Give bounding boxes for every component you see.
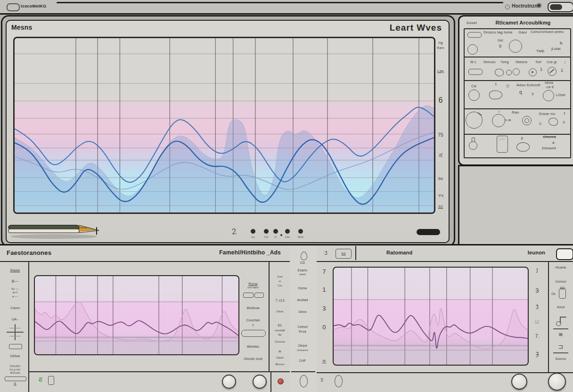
bottom-left-subtitle: Famehl/Hintbiho _Ads [156, 250, 281, 256]
bracket-icon: ⊐ [550, 344, 572, 351]
power-toggle-handle[interactable] [550, 4, 562, 10]
blob-knob-icon[interactable] [495, 69, 504, 76]
row3-label: ᵥca S [546, 85, 554, 89]
round-knob-icon[interactable] [468, 90, 480, 101]
br-digit: 3 [318, 305, 331, 312]
bl-col-button[interactable] [254, 293, 264, 298]
bl-sidebar-button[interactable] [9, 344, 22, 349]
bl-sidebar-wide-button[interactable] [5, 376, 26, 381]
row2-label: 1 [561, 68, 563, 73]
bl-knob-2[interactable] [253, 375, 267, 389]
top-rule [57, 2, 503, 3]
indicator-dot [298, 229, 303, 234]
small-knob-icon[interactable] [513, 68, 520, 75]
blob-knob-icon[interactable] [489, 90, 502, 99]
row1-label: 0 [499, 44, 501, 49]
dot-label: ⁄1c [247, 236, 259, 239]
blob-knob-icon[interactable] [548, 118, 558, 126]
bl-col-label: Wemiko [238, 345, 268, 349]
row5-label: a [552, 140, 555, 145]
br-digit: ≂ [318, 358, 331, 364]
mid-label: Oksot [291, 344, 314, 348]
bottle-icon [559, 288, 566, 299]
row4-glyph: ι [499, 109, 499, 114]
right-lower-panel [458, 165, 573, 246]
bl-sidebar-label: UA⎯ [4, 318, 26, 321]
small-knob-icon[interactable] [506, 70, 512, 75]
bl-strip-label: £p [270, 333, 289, 336]
bl-sidebar-divider [28, 262, 29, 392]
row1-label: TME [536, 49, 545, 53]
right-panel-corner-label: Dúvet [467, 21, 477, 25]
row3-label: hArta [545, 81, 553, 85]
knob-ring-icon[interactable] [467, 44, 478, 55]
row1-label: Gaor [518, 30, 527, 34]
target-knob-icon[interactable] [529, 68, 537, 76]
mid-label: Cemot [291, 325, 314, 329]
bl-bottomstrip-divider [28, 371, 290, 372]
br-header-button[interactable]: co [336, 249, 352, 259]
large-dial-icon[interactable] [466, 112, 483, 129]
bl-col-button[interactable] [243, 293, 254, 298]
br-digit: 7 [318, 269, 331, 276]
bl-subpanel-divider [269, 262, 270, 371]
card-slot[interactable] [417, 229, 440, 235]
mid-label: Austad [291, 298, 314, 302]
pen-label: cleolo [79, 226, 87, 229]
oval-button-icon[interactable] [516, 142, 530, 152]
br-header-button-label: co [336, 251, 351, 255]
switch-icon[interactable] [467, 32, 482, 38]
slashed-knob-icon[interactable] [548, 67, 557, 76]
row2-label: W.1 [470, 60, 476, 64]
br-outer-label: Eoorno [550, 357, 572, 360]
mid-label: veed [291, 273, 314, 276]
bl-knob-1[interactable] [222, 375, 236, 389]
br-outer-label: Isoca [550, 305, 572, 309]
bl-sidebar-label: EGrula [4, 371, 26, 375]
row2-label: Cos gr [547, 60, 557, 64]
br-inner-glyph: 7. [529, 334, 546, 339]
middle-strip [290, 244, 318, 392]
mid-divider [291, 371, 315, 372]
round-knob-icon[interactable] [543, 90, 554, 101]
row2-label: 7smg [500, 60, 509, 64]
round-knob-icon[interactable] [492, 114, 505, 127]
mid-oval-knob[interactable] [300, 375, 308, 387]
br-digit: 1 [318, 286, 331, 294]
row4-label: Rao [512, 110, 519, 114]
br-title: Ratomand [386, 250, 412, 256]
br-white-button[interactable] [556, 248, 573, 260]
slider-pill-icon[interactable] [468, 69, 483, 75]
bl-strip-label: Ceooos [270, 340, 289, 343]
crosshair-slider[interactable] [7, 324, 24, 340]
bl-col-label: smil wane [238, 286, 268, 289]
main-title-right: Leart Wves [330, 23, 442, 33]
main-waveform-display [13, 37, 435, 214]
knob-ring-icon[interactable] [509, 40, 522, 53]
row5-glyph: ʂ [521, 136, 523, 140]
row2-label: ! [565, 60, 565, 65]
record-led [278, 378, 284, 384]
dot-label: 19s [282, 236, 293, 239]
br-knob-1[interactable] [511, 374, 527, 390]
mid-label: Kenw [291, 286, 314, 290]
br-outer-label: Hicavte [550, 266, 572, 269]
scale-label: ng [434, 41, 448, 45]
row4-glyph: ɔ [563, 120, 565, 124]
row2-label: Heesno [516, 60, 527, 64]
br-outer-label: Comovi [550, 280, 572, 283]
br-digit: 0 [318, 324, 331, 331]
power-toggle[interactable] [548, 2, 573, 12]
bl-pill-button[interactable] [241, 330, 266, 337]
spiral-icon[interactable]: ◉ [536, 2, 542, 9]
target-knob-icon[interactable] [522, 116, 532, 125]
bl-sidebar-label: OOnÁG [4, 365, 26, 368]
row1-label: Comol knhued centru [531, 30, 567, 34]
bl-sidebar-label: hu g sor [4, 368, 26, 371]
br-knob-2[interactable] [548, 373, 566, 391]
bl-sidebar-label: 5c — [4, 287, 26, 291]
bl-bottomstrip-vdivider [270, 372, 271, 392]
row5-label: Ortemd [543, 135, 556, 139]
mid-label: CD [291, 261, 314, 265]
br-oval-knob[interactable] [335, 375, 343, 387]
